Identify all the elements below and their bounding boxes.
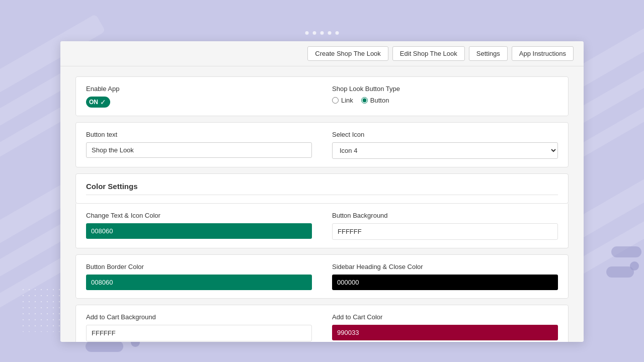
top-dots-indicator xyxy=(305,31,339,35)
button-text-label: Button text xyxy=(86,131,312,138)
cart-bg-section: Add to Cart Background xyxy=(86,313,312,341)
button-text-input[interactable] xyxy=(86,142,312,158)
color-row-1-card: Change Text & Icon Color Button Backgrou… xyxy=(75,204,569,248)
create-shop-the-look-button[interactable]: Create Shop The Look xyxy=(307,46,388,61)
toggle-check-icon: ✓ xyxy=(100,98,106,106)
sidebar-heading-section: Sidebar Heading & Close Color xyxy=(332,263,558,290)
edit-shop-the-look-button[interactable]: Edit Shop The Look xyxy=(392,46,465,61)
color-settings-heading: Color Settings xyxy=(86,182,558,195)
main-container: Create Shop The Look Edit Shop The Look … xyxy=(60,41,584,342)
color-row-3-card: Add to Cart Background Add to Cart Color xyxy=(75,305,569,342)
color-settings-card: Color Settings xyxy=(75,173,569,204)
bg-pill-right-2 xyxy=(606,266,634,278)
radio-link[interactable]: Link xyxy=(332,97,353,104)
icon-select[interactable]: Icon 1 Icon 2 Icon 3 Icon 4 Icon 5 xyxy=(332,142,558,159)
content-area: Enable App ON ✓ Shop Look Button Type Li… xyxy=(60,66,584,342)
border-color-label: Button Border Color xyxy=(86,263,312,270)
button-text-section: Button text xyxy=(86,131,312,158)
button-text-card: Button text Select Icon Icon 1 Icon 2 Ic… xyxy=(75,122,569,167)
sidebar-heading-label: Sidebar Heading & Close Color xyxy=(332,263,558,270)
dot-4 xyxy=(328,31,332,35)
radio-button-input[interactable] xyxy=(361,97,368,104)
button-type-radio-group: Link Button xyxy=(332,97,558,104)
bg-pill-bottom-2 xyxy=(86,341,123,352)
cart-color-label: Add to Cart Color xyxy=(332,313,558,321)
radio-button[interactable]: Button xyxy=(361,97,389,104)
settings-button[interactable]: Settings xyxy=(469,46,508,61)
enable-app-toggle[interactable]: ON ✓ xyxy=(86,97,110,108)
sidebar-heading-input[interactable] xyxy=(332,275,558,290)
button-bg-input[interactable] xyxy=(332,223,558,240)
dot-1 xyxy=(305,31,309,35)
text-icon-color-section: Change Text & Icon Color xyxy=(86,212,312,239)
button-bg-section: Button Background xyxy=(332,212,558,240)
select-icon-label: Select Icon xyxy=(332,131,558,138)
text-icon-color-input[interactable] xyxy=(86,223,312,239)
button-type-section: Shop Look Button Type Link Button xyxy=(332,85,558,104)
text-icon-color-label: Change Text & Icon Color xyxy=(86,212,312,219)
enable-app-card: Enable App ON ✓ Shop Look Button Type Li… xyxy=(75,76,569,116)
radio-link-label: Link xyxy=(341,97,353,104)
toggle-on-label: ON xyxy=(89,99,98,106)
cart-color-input[interactable] xyxy=(332,325,558,340)
cart-bg-label: Add to Cart Background xyxy=(86,313,312,321)
dot-2 xyxy=(313,31,316,35)
bg-dots-pattern xyxy=(20,287,65,332)
enable-app-label: Enable App xyxy=(86,85,312,93)
dot-5 xyxy=(336,31,339,35)
border-color-section: Button Border Color xyxy=(86,263,312,290)
cart-color-section: Add to Cart Color xyxy=(332,313,558,340)
button-bg-label: Button Background xyxy=(332,212,558,219)
cart-bg-input[interactable] xyxy=(86,325,312,341)
enable-app-section: Enable App ON ✓ xyxy=(86,85,312,108)
bg-pill-right-1 xyxy=(611,246,641,257)
top-bar: Create Shop The Look Edit Shop The Look … xyxy=(60,41,584,66)
dot-3 xyxy=(320,31,324,35)
radio-link-input[interactable] xyxy=(332,97,339,104)
radio-button-label: Button xyxy=(370,97,389,104)
app-instructions-button[interactable]: App Instructions xyxy=(512,46,574,61)
select-icon-section: Select Icon Icon 1 Icon 2 Icon 3 Icon 4 … xyxy=(332,131,558,159)
bg-circle-right xyxy=(630,261,639,270)
color-row-2-card: Button Border Color Sidebar Heading & Cl… xyxy=(75,254,569,299)
border-color-input[interactable] xyxy=(86,275,312,290)
button-type-label: Shop Look Button Type xyxy=(332,85,558,93)
